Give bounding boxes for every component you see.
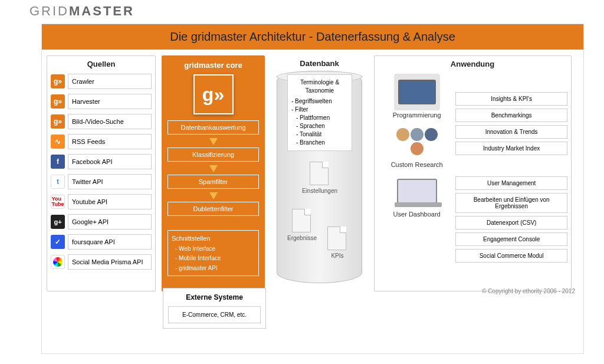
gridmaster-icon: g» — [51, 114, 65, 129]
taxonomy-item: - Filter — [291, 106, 348, 114]
application-header: Anwendung — [378, 60, 567, 68]
kpis-doc-icon — [327, 227, 346, 250]
arrow-down-icon — [209, 138, 218, 145]
source-label: Bild-/Video-Suche — [68, 114, 152, 129]
core-spam: Spamfilter — [168, 175, 259, 189]
monitor-icon — [394, 74, 440, 110]
sources-column: Quellen g» Crawler g» Harvester g» Bild-… — [47, 55, 156, 291]
brand-part2: MASTER — [69, 4, 134, 18]
output-innovation: Innovation & Trends — [455, 125, 567, 139]
database-column: Datenbank Terminologie & Taxonomie - Beg… — [271, 55, 368, 291]
settings-label: Einstellungen — [299, 188, 340, 194]
source-rss: ∿ RSS Feeds — [51, 133, 152, 150]
core-classify: Klassifizierung — [168, 147, 259, 162]
output-market-index: Industry Market Index — [455, 142, 567, 155]
laptop-icon — [394, 173, 440, 209]
source-label: Harvester — [68, 94, 152, 109]
core-dublette: Dublettenfilter — [168, 202, 259, 216]
programming-block: Programmierung — [393, 74, 441, 119]
facebook-icon: f — [51, 155, 65, 169]
source-foursquare: ✓ foursquare API — [51, 234, 152, 250]
taxonomy-item: - Begriffswelten — [291, 97, 348, 106]
gridmaster-icon: g» — [51, 74, 65, 88]
brand-part1: GRID — [29, 4, 69, 18]
programming-label: Programmierung — [393, 112, 441, 119]
interfaces-title: Schnittstellen — [172, 235, 210, 242]
source-label: Social Media Prisma API — [68, 254, 152, 270]
googleplus-icon: g+ — [51, 215, 65, 229]
source-label: Google+ API — [68, 214, 152, 229]
external-systems-box: Externe Systeme E-Commerce, CRM, etc. — [163, 288, 266, 329]
source-label: Facebook API — [68, 154, 152, 169]
output-user-mgmt: User Management — [455, 176, 567, 190]
core-header: gridmaster core — [184, 61, 242, 70]
arrow-down-icon — [209, 192, 218, 199]
arrow-down-icon — [209, 165, 218, 172]
database-header: Datenbank — [274, 59, 365, 68]
taxonomy-item: - Branchen — [291, 139, 348, 147]
prisma-icon — [51, 255, 65, 269]
results-doc-icon — [292, 209, 311, 232]
brand-logo: GRIDMASTER — [29, 4, 134, 19]
interface-item: - Mobile Interface — [172, 255, 221, 261]
source-facebook: f Facebook API — [51, 153, 152, 170]
core-db-eval: Datenbankauswertung — [168, 120, 259, 135]
foursquare-icon: ✓ — [51, 235, 65, 249]
gridmaster-icon: g» — [51, 94, 65, 109]
taxonomy-box: Terminologie & Taxonomie - Begriffswelte… — [287, 74, 352, 151]
diagram-title: Die gridmaster Architektur - Datenerfass… — [42, 24, 583, 50]
source-prisma: Social Media Prisma API — [51, 254, 152, 270]
source-bildvideo: g» Bild-/Video-Suche — [51, 113, 152, 130]
source-googleplus: g+ Google+ API — [51, 214, 152, 230]
results-label: Ergebnisse — [281, 235, 323, 241]
taxonomy-item: - Plattformen — [291, 114, 348, 122]
user-dashboard-label: User Dashboard — [393, 211, 441, 218]
rss-icon: ∿ — [51, 135, 65, 149]
custom-research-label: Custom Research — [391, 161, 443, 168]
sources-header: Quellen — [51, 60, 152, 68]
source-label: Crawler — [68, 74, 152, 89]
core-logo-icon: g» — [193, 74, 234, 114]
output-insights: Insights & KPI's — [455, 92, 567, 106]
taxonomy-title: Terminologie & Taxonomie — [291, 78, 348, 95]
output-commerce: Social Commerce Modul — [455, 249, 567, 263]
external-content: E-Commerce, CRM, etc. — [168, 306, 261, 323]
interface-item: - Web Interface — [172, 245, 215, 252]
source-label: Youtube API — [68, 194, 152, 209]
core-column: gridmaster core g» Datenbankauswertung K… — [162, 55, 265, 291]
columns-row: Quellen g» Crawler g» Harvester g» Bild-… — [42, 50, 583, 296]
settings-doc-icon — [310, 162, 329, 185]
taxonomy-item: - Sprachen — [291, 122, 348, 130]
source-label: Twitter API — [68, 174, 152, 189]
output-editing: Bearbeiten und Einfügen von Ergebnissen — [455, 193, 567, 213]
interface-item: - gridmaster API — [172, 265, 218, 271]
people-icon — [394, 123, 440, 160]
source-twitter: t Twitter API — [51, 173, 152, 190]
copyright-text: © Copyright by ethority 2006 - 2012 — [482, 288, 575, 294]
source-harvester: g» Harvester — [51, 93, 152, 110]
output-benchmarkings: Benchmarkings — [455, 109, 567, 122]
user-dashboard-block: User Dashboard — [393, 173, 441, 218]
source-label: RSS Feeds — [68, 134, 152, 149]
source-label: foursquare API — [68, 234, 152, 250]
diagram-container: Die gridmaster Architektur - Datenerfass… — [41, 24, 584, 354]
taxonomy-item: - Tonalität — [291, 130, 348, 139]
output-export: Datenexport (CSV) — [455, 216, 567, 229]
output-engagement: Engagement Console — [455, 232, 567, 246]
application-right: Insights & KPI's Benchmarkings Innovatio… — [455, 71, 567, 287]
core-interfaces: Schnittstellen - Web Interface - Mobile … — [168, 230, 259, 276]
kpis-label: KPIs — [317, 252, 358, 259]
application-column: Anwendung Programmierung Custom Research… — [374, 55, 572, 291]
source-youtube: YouTube Youtube API — [51, 194, 152, 210]
source-crawler: g» Crawler — [51, 73, 152, 90]
youtube-icon: YouTube — [51, 195, 65, 209]
application-left: Programmierung Custom Research User Dash… — [378, 71, 455, 287]
twitter-icon: t — [51, 175, 65, 189]
external-title: Externe Systeme — [168, 293, 261, 301]
custom-research-block: Custom Research — [391, 123, 443, 168]
